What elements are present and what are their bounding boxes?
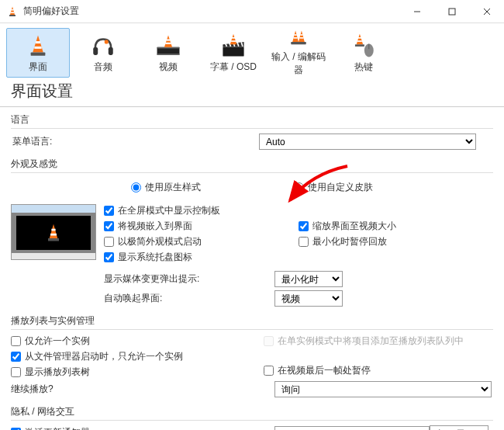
systray-check[interactable]: 显示系统托盘图标	[104, 251, 299, 264]
enqueue-check: 在单实例模式中将项目添加至播放列表队列中	[264, 335, 493, 348]
media-change-label: 显示媒体变更弹出提示:	[104, 272, 274, 286]
group-title: 隐私 / 网络交互	[11, 404, 493, 421]
continue-select[interactable]: 询问	[274, 381, 492, 397]
svg-rect-11	[109, 47, 113, 54]
svg-rect-14	[157, 47, 180, 48]
minimal-start-check[interactable]: 以极简外观模式启动	[104, 235, 299, 248]
svg-rect-33	[50, 234, 57, 236]
update-check[interactable]: 激活更新通知器	[11, 426, 274, 431]
group-title: 播放列表与实例管理	[11, 313, 493, 330]
continue-label: 继续播放?	[11, 383, 274, 396]
tab-audio[interactable]: 音频	[71, 28, 135, 78]
tab-label: 音频	[94, 61, 112, 74]
show-tree-check[interactable]: 显示播放列表树	[11, 366, 240, 379]
svg-rect-8	[34, 46, 41, 48]
titlebar: 简明偏好设置	[0, 0, 504, 23]
tab-video[interactable]: 视频	[136, 28, 200, 78]
native-style-radio[interactable]: 使用原生样式	[131, 181, 201, 194]
group-title: 语言	[11, 112, 493, 129]
svg-rect-20	[232, 36, 235, 38]
tab-label: 界面	[29, 61, 47, 74]
tab-label: 输入 / 编解码器	[268, 50, 330, 77]
tab-subtitles[interactable]: 字幕 / OSD	[202, 28, 265, 78]
category-toolbar: 界面 音频 视频 字幕 / OSD 输入 / 编解码器 热键	[0, 23, 504, 78]
svg-rect-0	[12, 9, 14, 11]
svg-rect-4	[449, 9, 455, 15]
update-interval-select[interactable]: 每 3 天	[430, 425, 488, 430]
tab-label: 视频	[159, 61, 178, 74]
svg-rect-24	[300, 34, 302, 36]
cone-icon	[25, 33, 51, 59]
svg-rect-34	[48, 238, 59, 241]
group-look: 外观及感觉 使用原生样式 使用自定义皮肤 在全屏模式中显示控制板 将视频嵌入到界…	[11, 156, 493, 307]
show-controls-check[interactable]: 在全屏模式中显示控制板	[104, 204, 299, 217]
minimize-button[interactable]	[399, 1, 434, 23]
svg-rect-16	[166, 39, 170, 40]
cut-cone-icon	[285, 29, 312, 49]
mouse-cone-icon	[350, 33, 377, 59]
app-icon	[6, 5, 19, 18]
headphones-icon	[90, 33, 116, 59]
svg-rect-15	[157, 54, 180, 55]
tab-codecs[interactable]: 输入 / 编解码器	[267, 28, 330, 78]
group-playlist: 播放列表与实例管理 仅允许一个实例 从文件管理器启动时，只允许一个实例 显示播放…	[11, 313, 493, 397]
svg-rect-29	[355, 44, 364, 47]
group-language: 语言 菜单语言: Auto	[11, 112, 493, 150]
svg-rect-27	[358, 36, 361, 38]
menu-language-label: 菜单语言:	[11, 135, 96, 148]
svg-rect-2	[9, 15, 16, 16]
svg-rect-21	[231, 40, 236, 42]
group-title: 外观及感觉	[11, 156, 493, 173]
svg-rect-25	[299, 37, 303, 39]
group-privacy: 隐私 / 网络交互 激活更新通知器 每 3 天 保存最近播放的项目 筛选: 允许…	[11, 404, 493, 430]
svg-rect-10	[93, 47, 98, 54]
resize-to-video-check[interactable]: 缩放界面至视频大小	[299, 220, 493, 233]
one-instance-check[interactable]: 仅允许一个实例	[11, 335, 240, 348]
menu-language-select[interactable]: Auto	[259, 134, 476, 150]
pause-on-min-check[interactable]: 最小化时暂停回放	[299, 235, 493, 248]
svg-rect-1	[11, 12, 15, 13]
embed-video-check[interactable]: 将视频嵌入到界面	[104, 220, 299, 233]
close-button[interactable]	[469, 1, 504, 23]
svg-point-12	[105, 40, 109, 43]
svg-rect-23	[294, 37, 298, 39]
auto-raise-select[interactable]: 视频	[274, 290, 343, 307]
media-change-select[interactable]: 最小化时	[274, 271, 343, 287]
tab-label: 热键	[354, 61, 373, 74]
svg-rect-32	[51, 229, 55, 231]
svg-rect-9	[31, 52, 46, 55]
clapper-cone-icon	[220, 33, 247, 59]
svg-rect-17	[165, 42, 171, 43]
custom-skin-radio[interactable]: 使用自定义皮肤	[294, 181, 373, 194]
window-title: 简明偏好设置	[23, 5, 399, 18]
update-interval-input[interactable]	[274, 426, 430, 431]
from-fm-check[interactable]: 从文件管理器启动时，只允许一个实例	[11, 350, 240, 363]
film-cone-icon	[155, 33, 181, 59]
tab-interface[interactable]: 界面	[6, 28, 70, 78]
svg-rect-28	[357, 40, 362, 42]
pause-last-check[interactable]: 在视频最后一帧处暂停	[264, 364, 493, 377]
tab-hotkeys[interactable]: 热键	[332, 28, 395, 78]
svg-rect-7	[36, 41, 40, 43]
svg-rect-18	[223, 47, 243, 56]
maximize-button[interactable]	[434, 1, 469, 23]
tab-label: 字幕 / OSD	[210, 61, 257, 74]
page-title: 界面设置	[0, 78, 504, 107]
svg-rect-26	[291, 42, 306, 44]
skin-preview-thumb	[11, 204, 96, 260]
svg-rect-22	[294, 34, 296, 36]
auto-raise-label: 自动唤起界面:	[104, 292, 274, 305]
